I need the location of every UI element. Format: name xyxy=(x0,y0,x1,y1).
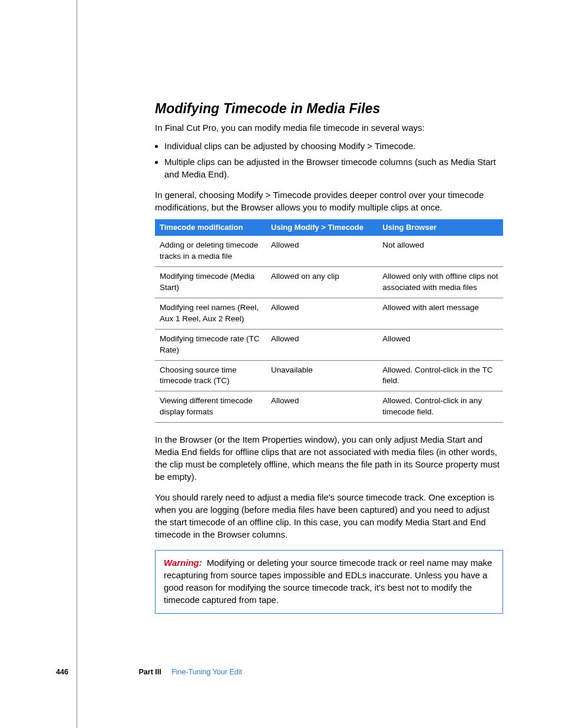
footer-part: Part III xyxy=(138,668,161,676)
table-row: Adding or deleting timecode tracks in a … xyxy=(155,236,503,266)
table-cell: Modifying timecode rate (TC Rate) xyxy=(155,329,266,360)
table-row: Modifying timecode rate (TC Rate) Allowe… xyxy=(155,329,503,360)
table-cell: Modifying timecode (Media Start) xyxy=(155,267,266,298)
table-cell: Allowed with alert message xyxy=(378,298,503,329)
table-cell: Allowed xyxy=(266,391,378,423)
table-cell: Modifying reel names (Reel, Aux 1 Reel, … xyxy=(155,298,266,329)
warning-box: Warning: Modifying or deleting your sour… xyxy=(155,550,503,614)
page-footer: 446 Part III Fine-Tuning Your Edit xyxy=(0,667,242,678)
table-header-cell: Using Modify > Timecode xyxy=(266,219,378,236)
table-cell: Adding or deleting timecode tracks in a … xyxy=(155,236,266,266)
table-cell: Allowed. Control-click in any timecode f… xyxy=(378,391,503,423)
table-cell: Allowed on any clip xyxy=(266,267,378,298)
table-row: Viewing different timecode display forma… xyxy=(155,391,503,423)
table-row: Modifying reel names (Reel, Aux 1 Reel, … xyxy=(155,298,503,329)
table-cell: Allowed. Control-click in the TC field. xyxy=(378,360,503,391)
table-cell: Allowed xyxy=(266,236,378,266)
table-cell: Choosing source time timecode track (TC) xyxy=(155,360,266,391)
list-item: Multiple clips can be adjusted in the Br… xyxy=(164,156,503,180)
body-paragraph: In the Browser (or the Item Properties w… xyxy=(155,433,503,483)
table-row: Modifying timecode (Media Start) Allowed… xyxy=(155,267,503,298)
page-number: 446 xyxy=(0,667,77,678)
list-item: Individual clips can be adjusted by choo… xyxy=(164,140,503,152)
content-area: Modifying Timecode in Media Files In Fin… xyxy=(155,0,503,614)
comparison-table: Timecode modification Using Modify > Tim… xyxy=(155,219,503,423)
footer-chapter: Fine-Tuning Your Edit xyxy=(171,668,242,676)
table-cell: Allowed xyxy=(266,298,378,329)
table-header-row: Timecode modification Using Modify > Tim… xyxy=(155,219,503,236)
body-paragraph: You should rarely need to adjust a media… xyxy=(155,491,503,541)
warning-text: Modifying or deleting your source timeco… xyxy=(164,558,492,605)
section-title: Modifying Timecode in Media Files xyxy=(155,99,503,118)
page-frame: Modifying Timecode in Media Files In Fin… xyxy=(77,0,562,728)
table-cell: Unavailable xyxy=(266,360,378,391)
bullet-list: Individual clips can be adjusted by choo… xyxy=(155,140,503,180)
warning-label: Warning: xyxy=(164,558,202,568)
table-cell: Allowed xyxy=(378,329,503,360)
table-header-cell: Using Browser xyxy=(378,219,503,236)
table-cell: Viewing different timecode display forma… xyxy=(155,391,266,423)
table-header-cell: Timecode modification xyxy=(155,219,266,236)
table-cell: Allowed xyxy=(266,329,378,360)
table-row: Choosing source time timecode track (TC)… xyxy=(155,360,503,391)
body-paragraph: In general, choosing Modify > Timecode p… xyxy=(155,189,503,213)
table-cell: Allowed only with offline clips not asso… xyxy=(378,267,503,298)
intro-paragraph: In Final Cut Pro, you can modify media f… xyxy=(155,121,503,134)
table-cell: Not allowed xyxy=(378,236,503,266)
